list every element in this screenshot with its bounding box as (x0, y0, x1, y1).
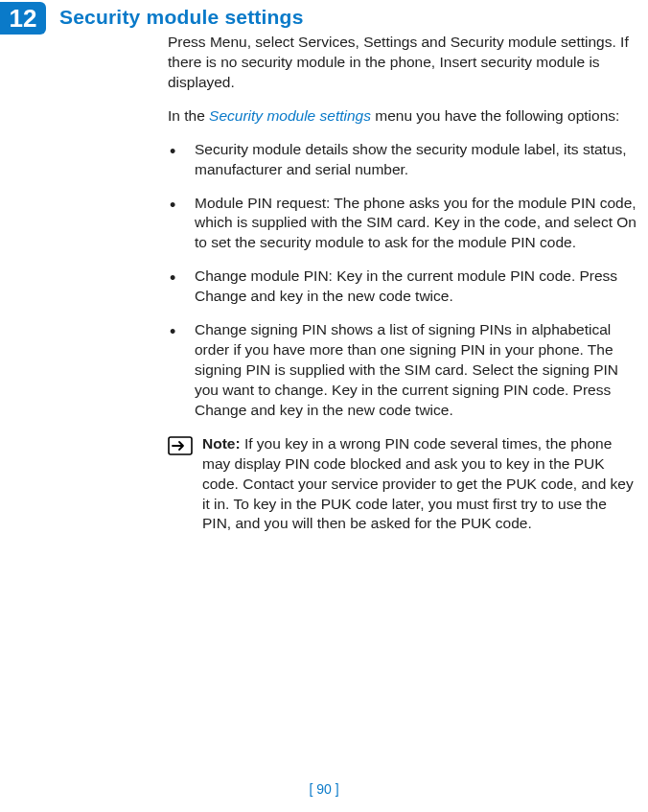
intro2-suffix: menu you have the following options: (371, 107, 619, 124)
page-number: [ 90 ] (0, 781, 648, 797)
note-arrow-icon (168, 436, 193, 459)
intro-paragraph-2: In the Security module settings menu you… (168, 106, 638, 127)
intro2-prefix: In the (168, 107, 209, 124)
page-content: Security module settings Press Menu, sel… (59, 6, 638, 534)
list-item: Module PIN request: The phone asks you f… (168, 194, 638, 254)
intro-paragraph-1: Press Menu, select Services, Settings an… (168, 33, 638, 93)
chapter-number: 12 (10, 4, 37, 34)
section-heading: Security module settings (59, 6, 638, 29)
note-text: Note: If you key in a wrong PIN code sev… (202, 434, 638, 535)
security-module-settings-link: Security module settings (209, 107, 371, 124)
note-block: Note: If you key in a wrong PIN code sev… (168, 434, 638, 535)
note-label: Note: (202, 435, 241, 452)
bullet-list: Security module details show the securit… (168, 140, 638, 421)
list-item: Security module details show the securit… (168, 140, 638, 180)
note-body: If you key in a wrong PIN code several t… (202, 435, 634, 532)
list-item: Change module PIN: Key in the current mo… (168, 267, 638, 307)
list-item: Change signing PIN shows a list of signi… (168, 320, 638, 421)
chapter-tab: 12 (0, 2, 46, 35)
